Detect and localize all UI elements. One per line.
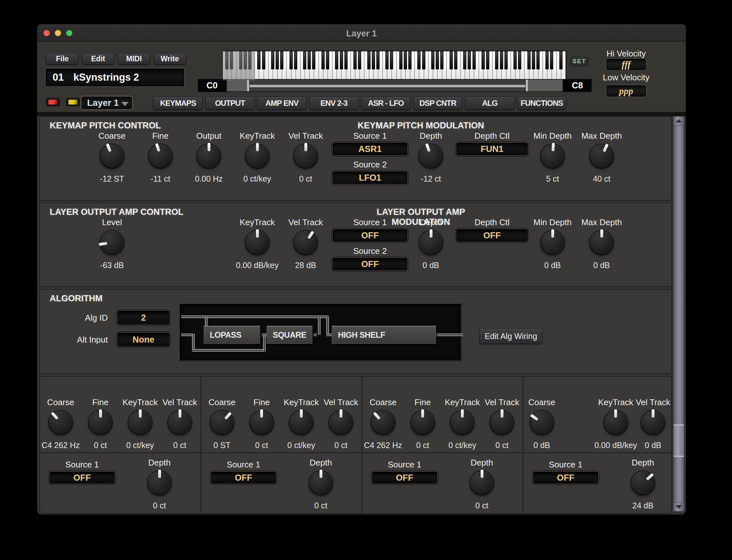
tab-env-2-3[interactable]: ENV 2-3 bbox=[309, 97, 358, 110]
black-key[interactable] bbox=[321, 51, 325, 69]
black-key[interactable] bbox=[276, 51, 279, 69]
black-key[interactable] bbox=[495, 51, 498, 69]
knob[interactable] bbox=[590, 231, 613, 254]
source1-select[interactable]: OFF bbox=[372, 471, 438, 484]
black-key[interactable] bbox=[440, 51, 444, 69]
alg-id-select[interactable]: 2 bbox=[117, 310, 170, 325]
black-key[interactable] bbox=[353, 51, 356, 69]
black-key[interactable] bbox=[271, 51, 274, 69]
edit-alg-wiring-button[interactable]: Edit Alg Wiring bbox=[479, 328, 543, 344]
black-key[interactable] bbox=[537, 51, 540, 69]
low-velocity-value[interactable]: ppp bbox=[606, 85, 647, 97]
black-key[interactable] bbox=[514, 51, 517, 69]
knob[interactable] bbox=[49, 411, 72, 434]
source1-select[interactable]: OFF bbox=[210, 471, 276, 484]
black-key[interactable] bbox=[422, 51, 426, 69]
source1-select[interactable]: ASR1 bbox=[332, 142, 408, 156]
black-key[interactable] bbox=[450, 51, 453, 69]
source1-select[interactable]: OFF bbox=[49, 471, 115, 484]
source1-select[interactable]: OFF bbox=[332, 229, 408, 242]
knob[interactable] bbox=[372, 411, 395, 434]
depth-ctl-select[interactable]: OFF bbox=[456, 229, 528, 242]
black-key[interactable] bbox=[417, 51, 421, 69]
knob[interactable] bbox=[541, 145, 564, 168]
black-key[interactable] bbox=[335, 51, 338, 69]
black-key[interactable] bbox=[532, 51, 535, 69]
knob[interactable] bbox=[419, 231, 443, 254]
depth-ctl-select[interactable]: FUN1 bbox=[456, 142, 528, 156]
record-led[interactable] bbox=[46, 98, 60, 106]
knob[interactable] bbox=[246, 145, 269, 168]
tab-keymaps[interactable]: KEYMAPS bbox=[153, 97, 203, 110]
knob[interactable] bbox=[490, 411, 514, 434]
alt-input-select[interactable]: None bbox=[117, 332, 170, 347]
knob[interactable] bbox=[168, 411, 191, 434]
range-handle-low[interactable] bbox=[247, 80, 249, 91]
black-key[interactable] bbox=[312, 51, 315, 69]
black-key[interactable] bbox=[372, 51, 375, 69]
layer-selector[interactable]: Layer 1 bbox=[81, 96, 133, 110]
source2-select[interactable]: OFF bbox=[332, 257, 408, 271]
tab-asr-lfo[interactable]: ASR - LFO bbox=[361, 97, 411, 110]
black-key[interactable] bbox=[463, 51, 466, 69]
tab-output[interactable]: OUTPUT bbox=[205, 97, 255, 110]
scroll-thumb[interactable] bbox=[674, 425, 684, 457]
knob[interactable] bbox=[590, 145, 613, 168]
tab-alg[interactable]: ALG bbox=[465, 97, 515, 110]
black-key[interactable] bbox=[340, 51, 343, 69]
dsp-block-square[interactable]: SQUARE bbox=[266, 326, 312, 344]
menu-button-midi[interactable]: MIDI bbox=[118, 53, 150, 65]
black-key[interactable] bbox=[527, 51, 531, 69]
black-key[interactable] bbox=[500, 51, 503, 69]
black-key[interactable] bbox=[367, 51, 371, 69]
knob[interactable] bbox=[89, 411, 112, 434]
black-key[interactable] bbox=[307, 51, 311, 69]
knob[interactable] bbox=[451, 411, 474, 434]
scroll-up-arrow[interactable] bbox=[673, 116, 684, 125]
knob[interactable] bbox=[631, 471, 655, 495]
knob[interactable] bbox=[604, 411, 627, 434]
black-key[interactable] bbox=[486, 51, 489, 69]
black-key[interactable] bbox=[454, 51, 457, 69]
set-range-button[interactable]: SET bbox=[571, 56, 588, 66]
black-key[interactable] bbox=[294, 51, 297, 69]
knob[interactable] bbox=[329, 411, 352, 434]
knob[interactable] bbox=[148, 471, 171, 495]
tab-dsp-cntr[interactable]: DSP CNTR bbox=[413, 97, 463, 110]
tab-amp-env[interactable]: AMP ENV bbox=[257, 97, 306, 110]
black-key[interactable] bbox=[559, 51, 563, 69]
vertical-scrollbar[interactable] bbox=[673, 116, 685, 512]
menu-button-file[interactable]: File bbox=[46, 53, 78, 65]
black-key[interactable] bbox=[262, 51, 265, 69]
black-key[interactable] bbox=[505, 51, 508, 69]
black-key[interactable] bbox=[280, 51, 283, 69]
knob[interactable] bbox=[149, 145, 172, 168]
knob[interactable] bbox=[294, 231, 317, 254]
tab-functions[interactable]: FUNCTIONS bbox=[517, 97, 567, 110]
black-key[interactable] bbox=[326, 51, 329, 69]
knob[interactable] bbox=[197, 145, 220, 168]
source2-select[interactable]: LFO1 bbox=[332, 171, 408, 185]
source1-select[interactable]: OFF bbox=[533, 471, 599, 484]
black-key[interactable] bbox=[358, 51, 361, 69]
hi-velocity-value[interactable]: fff bbox=[606, 58, 647, 71]
keyboard[interactable] bbox=[222, 51, 567, 81]
menu-button-edit[interactable]: Edit bbox=[82, 53, 114, 65]
black-key[interactable] bbox=[386, 51, 389, 69]
black-key[interactable] bbox=[376, 51, 380, 69]
knob[interactable] bbox=[100, 231, 124, 254]
knob[interactable] bbox=[470, 471, 494, 495]
black-key[interactable] bbox=[436, 51, 439, 69]
black-key[interactable] bbox=[390, 51, 393, 69]
black-key[interactable] bbox=[344, 51, 347, 69]
knob[interactable] bbox=[419, 145, 443, 168]
menu-button-write[interactable]: Write bbox=[154, 53, 186, 65]
range-handle-high[interactable] bbox=[526, 80, 528, 91]
black-key[interactable] bbox=[404, 51, 407, 69]
black-key[interactable] bbox=[431, 51, 435, 69]
knob[interactable] bbox=[100, 145, 124, 168]
knob[interactable] bbox=[541, 231, 564, 254]
black-key[interactable] bbox=[399, 51, 403, 69]
dsp-block-lopass[interactable]: LOPASS bbox=[204, 326, 260, 344]
black-key[interactable] bbox=[289, 51, 293, 69]
